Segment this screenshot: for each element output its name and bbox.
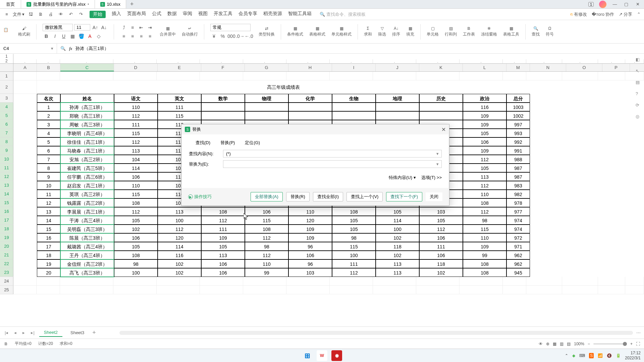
table-cell[interactable]: 105 <box>463 164 506 172</box>
zoom-slider[interactable] <box>593 343 627 345</box>
table-cell[interactable]: 7 <box>37 155 60 164</box>
table-cell[interactable]: 109 <box>201 233 245 242</box>
col-header[interactable]: K <box>419 64 463 71</box>
format-painter[interactable]: 🖌格式刷 <box>18 26 30 37</box>
table-cell[interactable] <box>419 103 463 111</box>
col-header[interactable]: O <box>566 64 602 71</box>
coop-button[interactable]: �того协作 <box>592 11 614 17</box>
table-cell[interactable]: 102 <box>376 251 419 259</box>
find-all-button[interactable]: 查找全部(I) <box>313 192 343 201</box>
special-button[interactable]: 特殊内容(U) ▾ <box>389 175 416 181</box>
view-page-icon[interactable]: ▥ <box>560 342 564 346</box>
freeze-button[interactable]: ❄冻结窗格 <box>481 26 497 37</box>
table-cell[interactable]: 111 <box>332 259 376 268</box>
fill-button[interactable]: ▦填充 <box>406 26 414 37</box>
add-sheet-icon[interactable]: + <box>92 329 96 336</box>
table-cell[interactable] <box>332 111 376 120</box>
table-cell[interactable]: 109 <box>288 233 332 242</box>
table-cell[interactable] <box>288 103 332 111</box>
avatar[interactable] <box>599 1 606 8</box>
table-cell[interactable]: 王丹（高三4班） <box>60 251 114 259</box>
table-cell[interactable]: 112 <box>463 181 506 190</box>
font-name-select[interactable]: 微软雅黑 <box>43 24 73 31</box>
table-cell[interactable]: 111 <box>114 120 158 129</box>
table-cell[interactable]: 16 <box>37 233 60 242</box>
preview-icon[interactable]: 👁 <box>57 10 65 18</box>
table-cell[interactable]: 105 <box>376 207 419 216</box>
doc-mode-icon[interactable]: 🗎 <box>4 342 8 346</box>
sidepanel-icon[interactable]: ◧ <box>636 57 642 64</box>
maximize-icon[interactable]: ▢ <box>623 1 629 7</box>
table-cell[interactable]: 987 <box>506 164 530 172</box>
notif-badge[interactable]: 1 <box>588 2 594 7</box>
file-tab-2[interactable]: S 10.xlsx <box>95 0 126 8</box>
table-cell[interactable]: 109 <box>288 225 332 233</box>
table-cell[interactable]: 2 <box>37 111 60 120</box>
command-search[interactable]: 🔍 查找命令、搜索模板 <box>320 11 366 17</box>
table-cell[interactable]: 116 <box>158 251 201 259</box>
table-cell[interactable]: 李晓明（高三4班） <box>60 129 114 137</box>
table-cell[interactable]: 98 <box>114 259 158 268</box>
center-icon[interactable]: ⊕ <box>546 342 549 346</box>
wps-icon[interactable]: W <box>317 350 327 361</box>
dec-dec-icon[interactable]: ←.0 <box>245 33 253 40</box>
table-cell[interactable]: 崔建民（高三5班） <box>60 164 114 172</box>
table-cell[interactable]: 109 <box>463 111 506 120</box>
paste-button[interactable]: 📋 <box>3 27 12 36</box>
view-break-icon[interactable]: ▤ <box>567 342 571 346</box>
col-header[interactable]: J <box>376 64 419 71</box>
table-cell[interactable] <box>376 103 419 111</box>
table-cell[interactable]: 110 <box>114 103 158 111</box>
border-button[interactable]: ▦ <box>69 33 76 40</box>
table-cell[interactable]: 103 <box>288 268 332 277</box>
table-cell[interactable]: 6 <box>37 146 60 155</box>
col-header[interactable]: D <box>114 64 158 71</box>
col-header[interactable]: I <box>332 64 376 71</box>
share-button[interactable]: ↗分享 <box>619 11 632 17</box>
dialog-close-icon[interactable]: ✕ <box>441 126 446 133</box>
table-cell[interactable]: 109 <box>463 146 506 155</box>
table-cell[interactable]: 108 <box>245 225 288 233</box>
fx-icon[interactable]: fx <box>69 46 72 51</box>
table-tools[interactable]: ▦表格工具 <box>503 26 519 37</box>
table-cell[interactable]: 12 <box>37 198 60 207</box>
table-cell[interactable]: 987 <box>506 172 530 181</box>
h-scrollbar[interactable] <box>119 331 633 335</box>
tray-battery-icon[interactable]: 🔋 <box>616 353 621 358</box>
home-tab[interactable]: 首页 <box>0 0 21 8</box>
table-cell[interactable]: 115 <box>245 216 288 225</box>
tray-volume-icon[interactable]: 🔇 <box>607 353 612 358</box>
props-icon[interactable]: ▤ <box>636 80 642 86</box>
italic-button[interactable]: I <box>51 33 59 40</box>
tab-review[interactable]: 审阅 <box>183 11 192 18</box>
table-cell[interactable]: 105 <box>114 216 158 225</box>
col-header[interactable]: P <box>602 64 630 71</box>
table-cell[interactable]: 98 <box>332 233 376 242</box>
table-cell[interactable]: 96 <box>288 259 332 268</box>
table-cell[interactable]: 974 <box>506 216 530 225</box>
sheet-tab-3[interactable]: Sheet3 <box>66 329 89 337</box>
table-cell[interactable]: 114 <box>376 216 419 225</box>
table-cell[interactable]: 106 <box>419 251 463 259</box>
table-cell[interactable]: 983 <box>506 181 530 190</box>
table-cell[interactable] <box>419 111 463 120</box>
shrink-font-icon[interactable]: A↓ <box>100 24 108 31</box>
clear-format-button[interactable]: ◇ <box>95 33 102 40</box>
table-cell[interactable]: 105 <box>419 216 463 225</box>
tray-wifi-icon[interactable]: 📶 <box>598 353 603 358</box>
sheet-first-icon[interactable]: |◂ <box>3 330 9 335</box>
table-cell[interactable]: 988 <box>506 155 530 164</box>
table-cell[interactable]: 钱露露（高三2班） <box>60 198 114 207</box>
indent-inc-icon[interactable]: ⇥ <box>146 24 154 31</box>
eye-icon[interactable]: 👁 <box>539 342 543 346</box>
replace-button[interactable]: 替换(R) <box>286 192 310 201</box>
table-cell[interactable]: 100 <box>332 251 376 259</box>
underline-button[interactable]: U <box>60 33 67 40</box>
search-fx-icon[interactable]: 🔍 <box>60 46 66 51</box>
table-cell[interactable]: 106 <box>201 268 245 277</box>
align-center-icon[interactable]: ≡ <box>129 33 136 40</box>
zoom-out-icon[interactable]: − <box>588 342 590 346</box>
table-cell[interactable]: 108 <box>463 268 506 277</box>
table-cell[interactable] <box>288 111 332 120</box>
table-cell[interactable]: 109 <box>463 120 506 129</box>
